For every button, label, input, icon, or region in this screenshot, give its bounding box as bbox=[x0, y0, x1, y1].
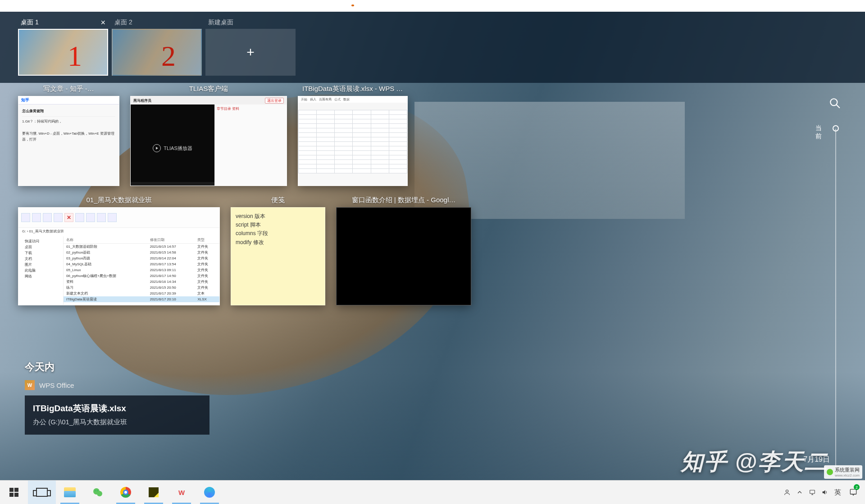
spreadsheet-grid[interactable] bbox=[298, 110, 407, 173]
desktop-number-mark: 1 bbox=[68, 40, 82, 73]
table-row[interactable]: 资料2021/8/16 14:34文件夹 bbox=[64, 279, 219, 285]
newfolder-icon[interactable] bbox=[86, 213, 95, 222]
video-player[interactable]: TLIAS播放器 ■ ◀◀ ▶ ▶▶ bbox=[131, 104, 214, 186]
tray-people-icon[interactable] bbox=[781, 481, 793, 504]
virtual-desktop-1[interactable]: 桌面 1 × 1 bbox=[18, 16, 108, 76]
wps-app-icon: W bbox=[176, 487, 187, 498]
select-icon[interactable] bbox=[108, 213, 117, 222]
site-watermark: 系统重装网 www.xtcz2.com bbox=[824, 465, 862, 479]
taskbar-app-wps[interactable]: W bbox=[168, 481, 196, 504]
copy-icon[interactable] bbox=[32, 213, 41, 222]
timeline-app-row: W WPS Office bbox=[25, 380, 74, 390]
taskbar-app-sticky[interactable] bbox=[140, 481, 168, 504]
browser-chrome-strip bbox=[0, 0, 865, 12]
svg-point-0 bbox=[830, 99, 837, 105]
window-wps-spreadsheet[interactable]: ITBigData英语晨读.xlsx - WPS Office 开始 插入 页面… bbox=[298, 83, 408, 186]
timeline-track[interactable] bbox=[835, 129, 836, 468]
article-text: 要有习惯. Win+D - 桌面，Win+Tab切换，Win+E 资源管理器，打… bbox=[22, 131, 115, 143]
window-title: 便笺 bbox=[231, 194, 325, 207]
taskbar-app-explorer[interactable] bbox=[56, 481, 84, 504]
logout-button[interactable]: 退出登录 bbox=[265, 98, 284, 104]
task-view-button[interactable] bbox=[28, 481, 56, 504]
pin-icon[interactable] bbox=[21, 213, 30, 222]
red-marker-dot bbox=[351, 5, 354, 6]
start-button[interactable] bbox=[0, 481, 28, 504]
table-row[interactable]: 05_Linux2021/8/13 09:11文件夹 bbox=[64, 267, 219, 273]
timeline-card-path: 办公 (G:)\01_黑马大数据就业班 bbox=[33, 418, 201, 427]
wps-icon: W bbox=[25, 380, 35, 390]
table-row[interactable]: 新建文本文档2021/8/17 20:39文本 bbox=[64, 291, 219, 296]
table-row[interactable]: 04_MySQL基础2021/8/17 13:54文件夹 bbox=[64, 261, 219, 267]
sticky-note-icon bbox=[149, 487, 159, 497]
timeline-now-label: 当前 bbox=[815, 124, 826, 141]
delete-icon[interactable]: ✕ bbox=[64, 213, 73, 222]
search-icon[interactable] bbox=[829, 97, 841, 109]
paste-icon[interactable] bbox=[43, 213, 52, 222]
new-desktop-button[interactable]: 新建桌面 + bbox=[205, 16, 296, 76]
window-chrome-article[interactable]: 窗口函数介绍 | 数据埋点 - Googl… bbox=[336, 194, 471, 305]
sticky-note-body[interactable]: version 版本 script 脚本 columns 字段 modify 修… bbox=[231, 207, 325, 305]
chapter-sidebar[interactable]: 章节目录 资料 bbox=[214, 104, 287, 186]
play-icon bbox=[153, 144, 161, 152]
taskbar-app-wechat[interactable] bbox=[84, 481, 112, 504]
explorer-tree[interactable]: 快速访问 桌面 下载 文档 图片 此电脑 网络 bbox=[18, 236, 64, 305]
breadcrumb[interactable]: G: › 01_黑马大数据就业班 bbox=[18, 227, 219, 236]
table-row[interactable]: 01_大数据基础阶段2021/8/15 14:57文件夹 bbox=[64, 244, 219, 250]
cut-icon[interactable] bbox=[54, 213, 63, 222]
window-title: 窗口函数介绍 | 数据埋点 - Googl… bbox=[336, 194, 471, 207]
new-desktop-label: 新建桌面 bbox=[208, 18, 233, 27]
svg-point-5 bbox=[97, 490, 98, 491]
taskbar-app-chrome[interactable] bbox=[112, 481, 140, 504]
article-heading: 怎么像黄健翔 bbox=[22, 108, 115, 114]
table-row[interactable]: 练习2021/8/15 20:50文件夹 bbox=[64, 285, 219, 291]
window-sticky-note[interactable]: 便笺 version 版本 script 脚本 columns 字段 modif… bbox=[231, 194, 325, 305]
taskbar-app-tlias[interactable] bbox=[196, 481, 223, 504]
virtual-desktop-2[interactable]: 桌面 2 2 bbox=[112, 16, 202, 76]
task-view-icon bbox=[36, 488, 48, 497]
timeline-section-header: 今天内 bbox=[25, 360, 55, 374]
tray-volume-icon[interactable] bbox=[819, 481, 831, 504]
window-title: ITBigData英语晨读.xlsx - WPS Office bbox=[298, 83, 408, 96]
file-list[interactable]: 名称 修改日期 类型 01_大数据基础阶段2021/8/15 14:57文件夹0… bbox=[64, 236, 219, 305]
status-bar: 10 个项目 选中 1 个项目 13.1 KB bbox=[18, 305, 219, 305]
svg-rect-7 bbox=[810, 490, 815, 493]
timeline-now-marker[interactable] bbox=[833, 125, 839, 132]
virtual-desktop-label: 桌面 2 bbox=[114, 18, 132, 27]
notification-badge: 2 bbox=[854, 484, 860, 490]
window-zhihu-article[interactable]: 写文章 - 知乎 -… 知乎 怎么像黄健翔 1.Git？：持续写代码的， 要有习… bbox=[18, 83, 119, 186]
svg-rect-11 bbox=[850, 489, 856, 494]
timeline-scrollbar[interactable]: 当前 7月19日 bbox=[815, 97, 842, 468]
window-title: 写文章 - 知乎 -… bbox=[18, 83, 119, 96]
window-file-explorer[interactable]: 01_黑马大数据就业班 ✕ G: › 01_黑马大数据就业班 bbox=[18, 194, 220, 305]
properties-icon[interactable] bbox=[97, 213, 106, 222]
taskbar[interactable]: W 英 2 bbox=[0, 480, 865, 504]
rename-icon[interactable] bbox=[75, 213, 84, 222]
svg-line-1 bbox=[836, 104, 840, 108]
table-row[interactable]: ITBigData英语晨读2021/8/17 20:10XLSX bbox=[64, 296, 219, 302]
article-text: 1.Git？：持续写代码的， bbox=[22, 118, 115, 125]
tray-ime-indicator[interactable]: 英 bbox=[832, 481, 843, 504]
timeline-activity-card[interactable]: ITBigData英语晨读.xlsx 办公 (G:)\01_黑马大数据就业班 bbox=[25, 395, 209, 435]
desktop-number-mark: 2 bbox=[161, 40, 176, 73]
timeline-card-title: ITBigData英语晨读.xlsx bbox=[33, 403, 201, 414]
site-logo-icon bbox=[827, 469, 833, 475]
table-row[interactable]: 03_python高级2021/8/14 22:04文件夹 bbox=[64, 255, 219, 261]
svg-point-4 bbox=[95, 490, 96, 491]
virtual-desktop-label: 桌面 1 bbox=[21, 18, 39, 27]
close-icon[interactable]: × bbox=[100, 18, 105, 27]
table-row[interactable]: 06_python核心编程+爬虫+数据2021/8/17 14:50文件夹 bbox=[64, 273, 219, 279]
tray-network-icon[interactable] bbox=[806, 481, 818, 504]
blank-dark-content bbox=[336, 207, 471, 305]
windows-logo-icon bbox=[9, 488, 18, 497]
zhihu-logo: 知乎 bbox=[21, 97, 29, 103]
tray-notifications-button[interactable]: 2 bbox=[844, 481, 862, 504]
ribbon-tabs[interactable]: 开始 插入 页面布局 公式 数据 bbox=[298, 96, 407, 103]
table-row[interactable]: 02_python基础2021/8/15 14:58文件夹 bbox=[64, 250, 219, 255]
tray-chevron-up-icon[interactable] bbox=[794, 481, 806, 504]
svg-point-3 bbox=[97, 491, 102, 496]
wechat-icon bbox=[92, 487, 103, 498]
window-tlias-client[interactable]: TLIAS客户端 黑马程序员 退出登录 TLIAS播放器 ■ ◀◀ ▶ ▶▶ bbox=[130, 83, 287, 186]
player-controls[interactable]: ■ ◀◀ ▶ ▶▶ bbox=[131, 182, 214, 186]
explorer-ribbon[interactable]: ✕ bbox=[18, 208, 219, 227]
watermark-text: 知乎 @李天二 bbox=[681, 447, 828, 477]
